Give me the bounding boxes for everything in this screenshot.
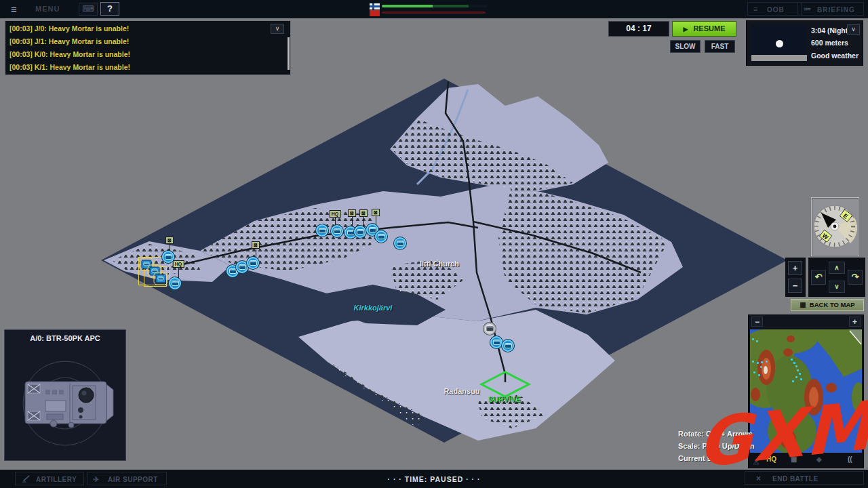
unit-marker-apc[interactable] xyxy=(316,224,328,237)
visibility-value: 600 meters xyxy=(811,39,848,47)
finland-flag-icon xyxy=(370,3,380,9)
camera-help-text: Rotate: Ctrl + Arrows Scale: Page Up/Dow… xyxy=(678,428,754,464)
apc-icon xyxy=(172,281,179,286)
unit-marker-apc[interactable] xyxy=(354,226,366,238)
unit-marker-apc[interactable] xyxy=(502,340,514,352)
minimap[interactable]: − + xyxy=(748,314,864,468)
minimap-zoom-out-button[interactable]: − xyxy=(751,317,763,327)
unit-marker-apc[interactable] xyxy=(331,225,343,237)
unit-marker-apc[interactable] xyxy=(162,251,174,263)
end-battle-button[interactable]: × END BATTLE xyxy=(745,471,864,485)
log-message: [00:03] J/0: Heavy Mortar is unable! xyxy=(9,24,129,33)
minimap-unit-dot xyxy=(791,359,793,361)
enemy-strength-bar xyxy=(382,12,486,14)
top-bar: ≡ MENU ⌨ ? ≡ OOB ≔ BRIEFING xyxy=(0,0,868,18)
apc-icon xyxy=(229,268,237,274)
oob-button[interactable]: ≡ OOB xyxy=(747,2,802,16)
minimap-unit-dot xyxy=(787,438,789,440)
soviet-flag-icon xyxy=(370,10,380,16)
compass-panel[interactable]: E W xyxy=(811,197,859,256)
tilt-down-button[interactable]: ∨ xyxy=(829,281,845,293)
briefing-button[interactable]: ≔ BRIEFING xyxy=(797,2,864,16)
grid-toggle-icon[interactable]: ▦ xyxy=(791,455,797,463)
minimap-unit-dot xyxy=(795,376,797,378)
play-icon: ▶ xyxy=(684,26,688,33)
apc-icon xyxy=(158,277,164,281)
unit-flag[interactable]: ⊠ xyxy=(348,209,356,217)
map-label-village: Radansuu xyxy=(443,387,479,395)
zoom-out-button[interactable]: − xyxy=(788,279,802,293)
help-button[interactable]: ? xyxy=(100,2,119,16)
log-scrollbar[interactable] xyxy=(288,37,290,70)
mission-timer: 04 : 17 xyxy=(608,21,669,37)
unit-flag[interactable]: ⊠ xyxy=(165,237,174,244)
map-label-objective: SURVIVE xyxy=(488,395,521,403)
unit-flag[interactable]: ⊠ xyxy=(372,209,380,216)
fast-speed-button[interactable]: FAST xyxy=(705,40,735,53)
moon-icon xyxy=(776,40,783,47)
rotate-right-button[interactable]: ↷ xyxy=(848,270,863,285)
selected-unit-panel: A/0: BTR-50PK APC xyxy=(4,329,126,461)
unit-marker-apc[interactable] xyxy=(247,257,259,269)
minimap-unit-dot xyxy=(783,423,785,425)
oob-icon: ≡ xyxy=(753,5,758,13)
unit-marker-apc[interactable] xyxy=(490,336,502,348)
minimap-hq-filter[interactable]: HQ xyxy=(766,455,776,463)
sky-preview xyxy=(751,25,807,55)
keyboard-shortcuts-button[interactable]: ⌨ xyxy=(79,3,98,16)
slow-speed-button[interactable]: SLOW xyxy=(670,40,701,53)
log-collapse-button[interactable]: ∨ xyxy=(271,24,284,34)
resume-button[interactable]: ▶RESUME xyxy=(672,21,736,37)
selected-unit-title: A/0: BTR-50PK APC xyxy=(5,334,125,342)
message-log: [00:03] J/0: Heavy Mortar is unable! [00… xyxy=(5,20,291,75)
back-to-map-button[interactable]: ▦BACK TO MAP xyxy=(791,299,864,311)
hamburger-menu-icon[interactable]: ≡ xyxy=(11,3,17,15)
apc-icon xyxy=(239,264,246,270)
compass: E W xyxy=(812,198,859,256)
unit-flag[interactable]: HQ xyxy=(173,260,184,268)
marker-toggle-icon[interactable]: ◆ xyxy=(816,455,822,463)
apc-icon xyxy=(397,241,404,246)
conditions-collapse-button[interactable]: ∨ xyxy=(847,24,860,35)
time-status: · · · TIME: PAUSED · · · xyxy=(0,475,868,483)
minimap-zoom-in-button[interactable]: + xyxy=(849,317,861,327)
map-label-church: Iitti Church xyxy=(420,260,459,268)
apc-icon xyxy=(493,340,500,345)
unit-marker-apc[interactable] xyxy=(394,237,406,249)
unit-marker-apc[interactable] xyxy=(375,230,387,243)
grid-icon: ▦ xyxy=(800,301,806,308)
game-screen: Iitti Church Kirkkojärvi Radansuu SURVIV… xyxy=(0,0,868,488)
zoom-in-button[interactable]: + xyxy=(788,261,802,275)
menu-label[interactable]: MENU xyxy=(35,5,60,13)
apc-icon xyxy=(250,260,257,266)
log-message: [00:03] K/0: Heavy Mortar is unable! xyxy=(9,50,130,58)
rotate-left-icon: ↶ xyxy=(815,272,823,282)
rotate-left-button[interactable]: ↶ xyxy=(811,270,826,285)
unit-marker-neutral[interactable] xyxy=(484,323,496,335)
unit-flag[interactable]: ⊠ xyxy=(359,209,368,217)
minimap-unit-dot xyxy=(756,340,758,342)
minimap-unit-dot xyxy=(792,380,794,382)
unit-flag[interactable]: ⊠ xyxy=(252,241,260,249)
unit-marker-apc[interactable] xyxy=(169,277,181,289)
minimap-unit-dot xyxy=(784,435,786,437)
unit-flag[interactable]: HQ xyxy=(330,210,341,218)
unit-marker-vehicle[interactable] xyxy=(156,274,166,283)
minimap-dot-layer xyxy=(750,329,862,453)
minimap-zoom-strip: − + xyxy=(749,315,863,329)
radio-toggle-icon[interactable]: (( xyxy=(848,455,852,463)
chevron-up-icon: ∧ xyxy=(834,264,839,271)
minimap-unit-dot xyxy=(766,361,768,363)
minimap-unit-dot xyxy=(785,427,787,429)
friendly-strength-bar xyxy=(382,5,488,7)
apc-icon xyxy=(334,228,341,234)
apc-icon xyxy=(357,229,364,235)
briefing-list-icon: ≔ xyxy=(804,5,812,14)
ground-strip xyxy=(751,55,807,61)
apc-icon xyxy=(378,234,385,239)
minimap-unit-dot xyxy=(757,362,759,364)
tilt-up-button[interactable]: ∧ xyxy=(829,262,845,274)
help-current-line: Current scale: 1x xyxy=(678,452,754,464)
log-message: [00:03] J/1: Heavy Mortar is unable! xyxy=(9,37,129,45)
help-rotate-line: Rotate: Ctrl + Arrows xyxy=(678,428,754,440)
